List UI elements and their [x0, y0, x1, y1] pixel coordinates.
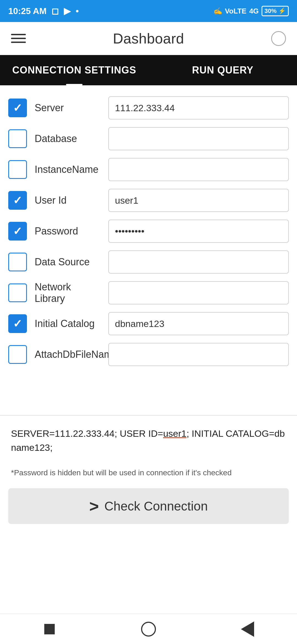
- tab-connection-settings[interactable]: CONNECTION SETTINGS: [0, 55, 148, 85]
- checkbox-user-id[interactable]: ✓: [8, 191, 27, 210]
- tab-run-query[interactable]: RUN QUERY: [148, 55, 297, 85]
- field-row-initial-catalog: ✓ Initial Catalog: [8, 312, 289, 335]
- check-connection-label: Check Connection: [105, 499, 208, 514]
- checkbox-password[interactable]: ✓: [8, 222, 27, 241]
- field-row-attach-db-filename: AttachDbFileName: [8, 343, 289, 366]
- connection-summary: SERVER=111.22.333.44; USER ID=user1; INI…: [0, 415, 297, 460]
- checkbox-database[interactable]: [8, 129, 27, 148]
- status-bar: 10:25 AM ◻ ▶ • ✍ VoLTE 4G 30% ⚡: [0, 0, 297, 22]
- checkbox-data-source[interactable]: [8, 253, 27, 271]
- field-row-password: ✓ Password: [8, 220, 289, 243]
- label-database: Database: [35, 133, 101, 144]
- instagram-icon: ◻: [51, 6, 59, 16]
- input-initial-catalog[interactable]: [108, 312, 289, 335]
- label-user-id: User Id: [35, 195, 101, 206]
- checkbox-initial-catalog[interactable]: ✓: [8, 314, 27, 333]
- time-display: 10:25 AM: [8, 6, 46, 16]
- label-attach-db-filename: AttachDbFileName: [35, 349, 101, 360]
- label-initial-catalog: Initial Catalog: [35, 318, 101, 329]
- youtube-icon: ▶: [64, 6, 71, 16]
- battery-icon: 30% ⚡: [262, 6, 289, 16]
- summary-text: SERVER=111.22.333.44; USER ID=user1; INI…: [11, 427, 286, 455]
- label-instance-name: InstanceName: [35, 164, 101, 175]
- field-row-database: Database: [8, 127, 289, 150]
- hamburger-menu[interactable]: [11, 34, 26, 43]
- label-password: Password: [35, 225, 101, 237]
- label-data-source: Data Source: [35, 256, 101, 268]
- field-row-network-library: Network Library: [8, 281, 289, 304]
- checkbox-server[interactable]: ✓: [8, 99, 27, 117]
- signal-icon: ✍: [213, 7, 222, 15]
- input-data-source[interactable]: [108, 250, 289, 274]
- checkbox-instance-name[interactable]: [8, 160, 27, 179]
- check-connection-button[interactable]: > Check Connection: [8, 488, 289, 524]
- network-icon: VoLTE: [225, 7, 246, 15]
- input-server[interactable]: [108, 96, 289, 119]
- input-network-library[interactable]: [108, 281, 289, 304]
- field-row-user-id: ✓ User Id: [8, 189, 289, 212]
- stop-icon: [44, 624, 55, 634]
- app-bar: Dashboard: [0, 22, 297, 55]
- app-title: Dashboard: [113, 30, 184, 47]
- nav-home-button[interactable]: [138, 618, 160, 640]
- nav-back-button[interactable]: [38, 618, 61, 640]
- tab-bar: CONNECTION SETTINGS RUN QUERY: [0, 55, 297, 85]
- 4g-icon: 4G: [249, 7, 259, 15]
- connection-form: ✓ Server Database InstanceName ✓ User Id…: [0, 85, 297, 382]
- field-row-server: ✓ Server: [8, 96, 289, 119]
- checkbox-network-library[interactable]: [8, 283, 27, 302]
- back-icon: [241, 621, 254, 637]
- field-row-data-source: Data Source: [8, 250, 289, 274]
- field-row-instance-name: InstanceName: [8, 158, 289, 181]
- input-database[interactable]: [108, 127, 289, 150]
- arrow-icon: >: [89, 497, 99, 516]
- profile-icon[interactable]: [271, 31, 286, 46]
- bottom-navigation: [0, 614, 297, 644]
- home-icon: [141, 622, 156, 637]
- input-attach-db-filename[interactable]: [108, 343, 289, 366]
- nav-recent-button[interactable]: [237, 618, 258, 640]
- password-note: *Password is hidden but will be used in …: [0, 468, 297, 477]
- input-user-id[interactable]: [108, 189, 289, 212]
- input-instance-name[interactable]: [108, 158, 289, 181]
- label-server: Server: [35, 102, 101, 114]
- checkbox-attach-db-filename[interactable]: [8, 345, 27, 364]
- input-password[interactable]: [108, 220, 289, 243]
- wifi-icon: •: [76, 6, 79, 16]
- label-network-library: Network Library: [35, 281, 101, 304]
